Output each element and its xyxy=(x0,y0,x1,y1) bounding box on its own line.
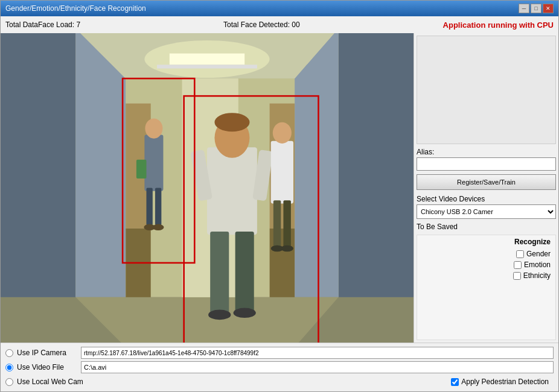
to-be-saved-label: To Be Saved xyxy=(417,223,556,231)
ip-camera-row: Use IP Camera xyxy=(5,346,554,360)
title-bar: Gender/Emotion/Ethnicity/Face Recognitio… xyxy=(1,1,558,16)
video-file-label: Use Video File xyxy=(17,363,77,371)
svg-rect-19 xyxy=(146,188,152,226)
svg-rect-35 xyxy=(273,200,281,247)
close-button[interactable]: ✕ xyxy=(543,4,554,13)
emotion-label: Emotion xyxy=(524,261,551,269)
ip-camera-label: Use IP Camera xyxy=(17,349,77,357)
face-detected-value: 00 xyxy=(292,21,299,29)
svg-rect-24 xyxy=(207,147,257,235)
window-title: Gender/Emotion/Ethnicity/Face Recognitio… xyxy=(5,4,146,13)
svg-point-26 xyxy=(214,113,249,131)
recognize-section: Recognize Gender Emotion Ethnicity xyxy=(417,235,556,340)
face-detected: Total Face Detected: 00 xyxy=(223,21,300,29)
right-panel: Alias: Register/Save/Train Select Video … xyxy=(414,33,558,343)
video-file-radio[interactable] xyxy=(5,364,13,371)
svg-point-22 xyxy=(153,224,164,230)
video-area xyxy=(1,33,414,343)
local-webcam-label: Use Local Web Cam xyxy=(17,378,83,386)
svg-point-31 xyxy=(208,310,231,320)
alias-input[interactable] xyxy=(417,157,556,171)
apply-pedestrian-checkbox[interactable] xyxy=(451,378,459,386)
svg-rect-23 xyxy=(136,160,147,179)
svg-rect-8 xyxy=(157,65,257,68)
app-status: Application running with CPU xyxy=(443,21,554,30)
svg-marker-3 xyxy=(339,33,414,343)
alias-label: Alias: xyxy=(417,148,556,156)
svg-rect-29 xyxy=(210,232,229,313)
select-devices-label: Select Video Devices xyxy=(417,195,556,203)
svg-point-38 xyxy=(281,245,293,251)
ip-camera-radio[interactable] xyxy=(5,349,13,357)
minimize-button[interactable]: ─ xyxy=(519,4,529,13)
local-webcam-radio[interactable] xyxy=(5,378,13,386)
svg-marker-2 xyxy=(75,33,126,343)
status-bar: Total DataFace Load: 7 Total Face Detect… xyxy=(1,16,558,33)
gender-checkbox[interactable] xyxy=(516,250,524,258)
svg-point-7 xyxy=(144,40,269,78)
face-preview xyxy=(417,36,556,144)
ethnicity-checkbox[interactable] xyxy=(513,272,521,280)
local-webcam-row: Use Local Web Cam xyxy=(5,375,83,389)
svg-rect-17 xyxy=(144,134,163,191)
corridor-scene xyxy=(1,33,414,343)
svg-point-32 xyxy=(234,308,256,318)
svg-marker-4 xyxy=(295,33,339,343)
register-button[interactable]: Register/Save/Train xyxy=(417,174,556,190)
dataface-load-value: 7 xyxy=(76,21,80,29)
emotion-row: Emotion xyxy=(422,261,551,269)
svg-point-34 xyxy=(273,122,292,144)
svg-rect-20 xyxy=(155,188,161,226)
device-select[interactable]: Chicony USB 2.0 Camer xyxy=(417,204,556,219)
main-window: Gender/Emotion/Ethnicity/Face Recognitio… xyxy=(0,0,559,392)
svg-rect-36 xyxy=(283,200,290,247)
video-file-row: Use Video File xyxy=(5,360,554,375)
maximize-button[interactable]: □ xyxy=(531,4,541,13)
face-detected-label: Total Face Detected: xyxy=(223,21,290,29)
recognize-title: Recognize xyxy=(422,238,551,246)
dataface-load-label: Total DataFace Load: xyxy=(5,21,74,29)
gender-label: Gender xyxy=(526,250,551,258)
emotion-checkbox[interactable] xyxy=(514,261,522,269)
dataface-load: Total DataFace Load: 7 xyxy=(5,21,80,29)
svg-marker-11 xyxy=(75,297,338,343)
apply-pedestrian-label: Apply Pedestrian Detection xyxy=(461,378,549,386)
apply-pedestrian-container: Apply Pedestrian Detection xyxy=(446,376,554,388)
video-file-input[interactable] xyxy=(81,361,554,373)
gender-row: Gender xyxy=(422,250,551,258)
ethnicity-label: Ethnicity xyxy=(523,271,551,280)
svg-point-18 xyxy=(145,118,162,138)
ethnicity-row: Ethnicity xyxy=(422,271,551,280)
main-content: Alias: Register/Save/Train Select Video … xyxy=(1,33,558,343)
svg-rect-33 xyxy=(271,141,293,204)
ip-camera-input[interactable] xyxy=(81,347,554,359)
title-controls: ─ □ ✕ xyxy=(519,4,554,13)
svg-marker-1 xyxy=(1,33,75,343)
bottom-bar: Use IP Camera Use Video File Use Local W… xyxy=(1,343,558,391)
svg-rect-30 xyxy=(235,232,254,313)
